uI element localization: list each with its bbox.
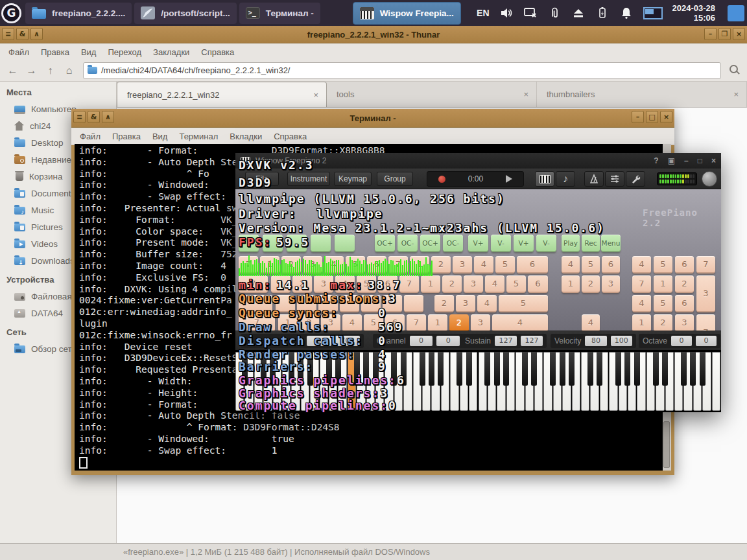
up-button[interactable]: ↑ (42, 62, 59, 78)
piano-black-key[interactable] (494, 352, 500, 386)
tab-close-icon[interactable]: × (523, 89, 528, 99)
play-button[interactable] (506, 175, 512, 183)
piano-black-key[interactable] (420, 352, 425, 386)
fp-key-4[interactable]: 4 (477, 295, 497, 312)
fp-key-blank[interactable] (239, 235, 259, 252)
display-settings-icon[interactable] (523, 6, 538, 20)
record-button[interactable] (438, 176, 445, 183)
fp-key-oc[interactable]: OC- (397, 235, 418, 252)
control-value-box[interactable]: 0 (436, 336, 460, 346)
control-value-box[interactable]: 0 (671, 336, 692, 346)
piano-black-key[interactable] (690, 352, 696, 386)
fp-key-1[interactable]: 1 (260, 256, 279, 274)
piano-black-key[interactable] (466, 352, 472, 386)
menu-item-справка[interactable]: Справка (268, 132, 313, 141)
minimize-icon[interactable]: – (684, 156, 689, 165)
tab-close-icon[interactable]: × (313, 90, 318, 100)
fp-key-6[interactable]: 6 (517, 256, 548, 274)
fp-key-3[interactable]: 3 (314, 275, 333, 293)
fp-key-1[interactable]: 1 (421, 275, 440, 293)
control-value-box[interactable]: 127 (495, 336, 517, 346)
piano-black-key[interactable] (634, 352, 640, 386)
close-icon[interactable]: × (711, 156, 716, 165)
fp-key-v[interactable]: V+ (514, 235, 534, 252)
metronome-button[interactable] (584, 171, 604, 187)
forward-button[interactable]: → (23, 62, 40, 78)
menu-item-файл[interactable]: Файл (3, 47, 35, 57)
tab-tools[interactable]: tools× (327, 82, 537, 107)
fp-key-7[interactable]: 7 (632, 275, 651, 293)
fp-key-2[interactable]: 2 (431, 256, 451, 274)
control-value-box[interactable]: 100 (611, 336, 632, 346)
window-sticky-icon[interactable]: & (88, 111, 100, 123)
fp-key-2[interactable]: 2 (442, 275, 462, 293)
fp-key-blank[interactable] (287, 235, 307, 252)
fp-key-2[interactable]: 2 (675, 275, 694, 293)
back-button[interactable]: ← (4, 62, 21, 78)
piano-black-key[interactable] (401, 352, 407, 386)
thunar-titlebar[interactable]: ≡ & ∧ freepiano_2.2.2.1_win32 - Thunar –… (0, 26, 747, 43)
fp-key-6[interactable]: 6 (675, 256, 694, 274)
fp-key-4[interactable]: 4 (324, 256, 344, 274)
piano-black-key[interactable] (335, 352, 341, 386)
fp-key-6[interactable]: 6 (385, 314, 405, 332)
piano-black-key[interactable] (569, 352, 575, 386)
piano-black-key[interactable] (662, 352, 668, 386)
fp-key-4[interactable]: 4 (632, 295, 651, 312)
score-view-button[interactable]: ♪ (556, 171, 575, 187)
menu-item-файл[interactable]: Файл (74, 132, 106, 141)
fp-key-blank[interactable] (318, 295, 338, 312)
piano-black-key[interactable] (587, 352, 593, 386)
fp-key-2[interactable]: 2 (654, 314, 672, 332)
fp-key-1[interactable]: 1 (654, 275, 672, 293)
fp-key-blank[interactable] (297, 295, 316, 312)
applications-menu-button[interactable]: G (1, 3, 21, 23)
piano-black-key[interactable] (624, 352, 630, 386)
fp-key-6[interactable]: 6 (602, 256, 620, 274)
toolbar-button-group[interactable]: Group (377, 172, 413, 186)
piano-black-key[interactable] (242, 352, 248, 386)
piano-white-key[interactable] (712, 352, 720, 411)
screenshot-icon[interactable]: ▣ (668, 156, 675, 165)
fp-key-blank[interactable] (335, 235, 355, 252)
minimize-icon[interactable]: – (632, 111, 644, 123)
menu-item-терминал[interactable]: Терминал (173, 132, 224, 141)
piano-black-key[interactable] (653, 352, 659, 386)
terminal-titlebar[interactable]: ≡ & ∧ Терминал - – □ × (71, 109, 674, 128)
fp-key-v[interactable]: V- (491, 235, 511, 252)
piano-black-key[interactable] (700, 352, 706, 386)
fp-key-1[interactable]: 1 (410, 256, 429, 274)
maximize-icon[interactable]: ❐ (718, 28, 731, 40)
clipboard-manager-icon[interactable] (547, 6, 562, 20)
fp-key-3[interactable]: 3 (471, 314, 490, 332)
fp-key-4[interactable]: 4 (335, 275, 355, 293)
window-menu-icon[interactable]: ≡ (73, 111, 86, 123)
fp-key-4[interactable]: 4 (632, 256, 651, 274)
fp-key-4[interactable]: 4 (562, 256, 580, 274)
piano-black-key[interactable] (391, 352, 397, 386)
maximize-icon[interactable]: □ (698, 156, 702, 165)
fp-key-5[interactable]: 5 (346, 256, 365, 274)
fp-key-1[interactable]: 1 (632, 314, 651, 332)
window-shade-icon[interactable]: ∧ (30, 28, 43, 40)
fp-key-2[interactable]: 2 (300, 314, 319, 332)
fp-key-1[interactable]: 1 (428, 314, 447, 332)
toolbar-button-keymap[interactable]: Keymap (334, 172, 372, 186)
tab-thumbnailers[interactable]: thumbnailers× (537, 82, 747, 107)
clock[interactable]: 2024-03-28 15:06 (672, 3, 716, 23)
scrollbar-handle[interactable] (663, 421, 670, 468)
workspace-pager[interactable] (643, 7, 663, 19)
fp-key-v[interactable]: V- (536, 235, 556, 252)
control-value-box[interactable]: (0) (335, 336, 360, 346)
fp-key-2[interactable]: 2 (449, 314, 469, 332)
piano-black-key[interactable] (456, 352, 462, 386)
fp-key-2[interactable]: 2 (292, 275, 312, 293)
fp-key-1[interactable]: 1 (562, 275, 580, 293)
minimize-icon[interactable]: – (704, 28, 717, 40)
control-value-box[interactable]: 80 (585, 336, 606, 346)
fp-key-7[interactable]: 7 (239, 314, 275, 332)
freepiano-titlebar[interactable]: Wispow Freepiano 2 ? ▣ – □ × (235, 153, 721, 169)
piano-black-key[interactable] (429, 352, 434, 386)
fp-key-blank[interactable] (404, 295, 423, 312)
fp-key-rec[interactable]: Rec (582, 235, 600, 252)
